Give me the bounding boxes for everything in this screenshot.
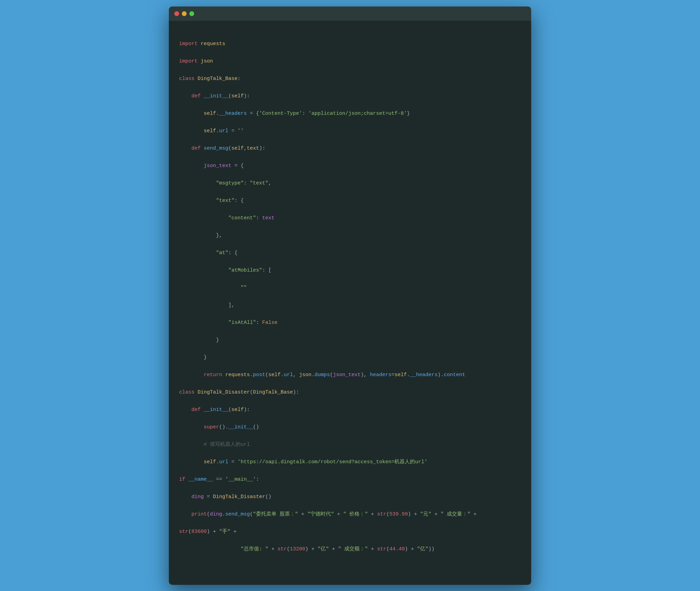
maximize-button[interactable] (189, 11, 194, 16)
minimize-button[interactable] (182, 11, 187, 16)
close-button[interactable] (174, 11, 179, 16)
code-content: import requests import json class DingTa… (169, 21, 531, 585)
titlebar (169, 6, 531, 21)
code-editor-window: import requests import json class DingTa… (169, 6, 531, 585)
